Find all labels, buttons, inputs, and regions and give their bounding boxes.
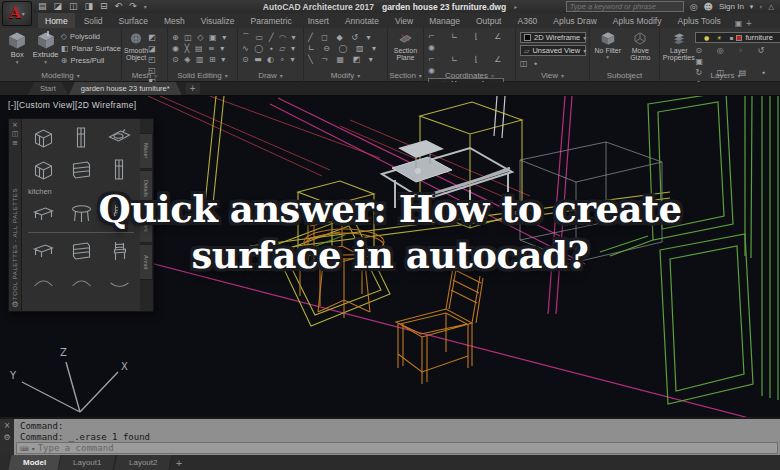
ribbon-tab-mesh[interactable]: Mesh: [157, 13, 192, 28]
command-line-window: × ⚙ Command: Command: _.erase 1 found ⌨ …: [0, 417, 780, 455]
ribbon-tab-view[interactable]: View: [388, 13, 420, 28]
box-button[interactable]: Box ▾: [4, 29, 30, 65]
sign-in-link[interactable]: Sign In: [719, 2, 744, 11]
application-menu-button[interactable]: A ▾: [2, 1, 32, 26]
help-search-input[interactable]: [570, 2, 680, 11]
draw-panel-label[interactable]: Draw▾: [238, 70, 303, 81]
command-options-chevron-icon[interactable]: ▾: [32, 445, 35, 452]
palette-gear-icon[interactable]: ⚙: [11, 300, 18, 309]
layout-tab-layout2[interactable]: Layout2: [114, 455, 173, 470]
press-pull-button[interactable]: ⊕Press/Pull: [61, 56, 121, 65]
dialog-launcher-icon[interactable]: ▿: [154, 72, 157, 79]
named-view-dropdown[interactable]: ▱ Unsaved View ▾: [520, 45, 586, 56]
ribbon-tab-manage[interactable]: Manage: [422, 13, 467, 28]
svg-text:X: X: [121, 361, 128, 372]
layout-tab-layout1[interactable]: Layout1: [59, 455, 118, 470]
ribbon-tab-solid[interactable]: Solid: [77, 13, 110, 28]
palette-tool-tall-unit[interactable]: [101, 154, 137, 186]
redo-icon[interactable]: ↷: [129, 0, 137, 13]
ribbon-tab-aplus-modify[interactable]: Aplus Modify: [606, 13, 669, 28]
coordinates-icon-row1[interactable]: ⌐ ∟ ⌊ ∠ ◉: [428, 31, 511, 53]
palette-tool-sink[interactable]: [101, 122, 137, 154]
layers-panel-label[interactable]: Layers▾: [660, 70, 780, 81]
user-icon[interactable]: ☻: [704, 2, 713, 12]
polysolid-button[interactable]: ◇Polysolid: [61, 32, 121, 41]
new-layout-button[interactable]: +: [171, 455, 187, 470]
qat-customize-icon[interactable]: ▾: [144, 0, 147, 13]
section-panel-label[interactable]: Section▾: [388, 70, 423, 81]
quick-access-toolbar: ▤ ◪ ◫ ◨ ⊟ ↶ ↷ ▾: [38, 0, 147, 13]
view-panel-label[interactable]: View▾: [516, 70, 589, 81]
palette-tool-cabinet[interactable]: [25, 122, 61, 154]
dialog-launcher-icon[interactable]: ▿: [491, 72, 494, 79]
solid-editing-icon-grid[interactable]: ⊕ ◫ ◇ ▣ ▾ ◉ ╳ ▤ ≡ ▾ ⊙ ◈ ▥ ⊞ ▾: [168, 29, 230, 65]
palette-tool-drawers[interactable]: [63, 154, 99, 186]
visual-style-dropdown[interactable]: 2D Wireframe ▾: [520, 32, 586, 43]
solid-editing-panel-label[interactable]: Solid Editing▾: [168, 70, 237, 81]
palette-tab-maker[interactable]: Maker: [140, 133, 153, 169]
help-search-box[interactable]: [566, 1, 684, 12]
command-input-row[interactable]: ⌨ ▾: [16, 442, 778, 454]
palette-tool-tall-cabinet[interactable]: [63, 122, 99, 154]
new-file-icon[interactable]: ▤: [38, 0, 47, 13]
layer-properties-label: Layer Properties: [662, 47, 695, 62]
palette-menu-icon[interactable]: ≡: [12, 139, 18, 148]
file-tab-document[interactable]: garden house 23 furniture*: [69, 82, 182, 95]
palette-autohide-icon[interactable]: ◫: [12, 130, 19, 139]
chevron-down-icon: ▾: [738, 72, 741, 79]
ribbon-tab-home[interactable]: Home: [38, 13, 75, 28]
new-drawing-tab-button[interactable]: +: [186, 83, 200, 94]
ribbon-tab-parametric[interactable]: Parametric: [244, 13, 299, 28]
modify-panel-label[interactable]: Modify▾: [304, 70, 387, 81]
command-input[interactable]: [38, 443, 774, 453]
extrude-button[interactable]: Extrude ▾: [32, 29, 58, 65]
command-close-icon[interactable]: ×: [4, 422, 11, 430]
view-icon-grid[interactable]: ◫ ∙: [520, 58, 540, 69]
planar-surface-button[interactable]: ◧Planar Surface: [61, 44, 121, 53]
tab-add-icon[interactable]: +: [745, 19, 752, 28]
modeling-panel-label[interactable]: Modeling▾: [0, 70, 121, 81]
plot-icon[interactable]: ⊟: [100, 0, 108, 13]
save-as-icon[interactable]: ◨: [85, 0, 94, 13]
ribbon-tab-aplus-draw[interactable]: Aplus Draw: [546, 13, 603, 28]
smooth-object-button[interactable]: Smooth Object: [124, 29, 148, 62]
save-icon[interactable]: ◫: [69, 0, 78, 13]
command-history[interactable]: Command: Command: _.erase 1 found: [14, 419, 780, 442]
ribbon-tab-visualize[interactable]: Visualize: [194, 13, 242, 28]
chevron-down-icon: ▾: [583, 34, 586, 41]
ribbon-tab-aplus-tools[interactable]: Aplus Tools: [670, 13, 727, 28]
move-gizmo-button[interactable]: Move Gizmo: [624, 29, 656, 62]
ribbon-tab-insert[interactable]: Insert: [301, 13, 336, 28]
coordinates-panel-label[interactable]: Coordinates▿: [424, 70, 515, 81]
palette-tool-base-cabinet[interactable]: [25, 154, 61, 186]
command-wrench-icon[interactable]: ⚙: [3, 434, 10, 442]
open-file-icon[interactable]: ◪: [54, 0, 63, 13]
overlay-headline: Quick answer: How to create surface in a…: [0, 186, 780, 278]
undo-icon[interactable]: ↶: [115, 0, 123, 13]
ribbon-panel-layers: Layer Properties ● ☀ ▪ furniture ▾ ⊙ ◎ ◦…: [660, 28, 780, 82]
title-bar-extra-icons[interactable]: ▾ › △: [750, 3, 776, 11]
media-icon[interactable]: ▣: [735, 19, 743, 28]
ribbon-tab-surface[interactable]: Surface: [112, 13, 155, 28]
file-tab-start[interactable]: Start: [28, 82, 68, 95]
section-plane-button[interactable]: Section Plane: [390, 29, 422, 62]
keyboard-icon[interactable]: ⌨: [20, 445, 29, 452]
chevron-down-icon: ▾: [561, 72, 564, 79]
ribbon-tab-output[interactable]: Output: [469, 13, 509, 28]
search-icon[interactable]: ◎: [690, 2, 698, 12]
ribbon-panel-subobject: No Filter ▾ Move Gizmo Subobject: [590, 28, 660, 82]
mesh-panel-label[interactable]: Mesh▿: [122, 70, 167, 81]
ribbon-tab-a360[interactable]: A360: [510, 13, 544, 28]
layer-properties-icon: [671, 31, 687, 46]
palette-close-icon[interactable]: ×: [12, 121, 18, 130]
section-plane-icon: [397, 31, 414, 46]
layer-dropdown[interactable]: ● ☀ ▪ furniture ▾: [695, 32, 780, 43]
draw-icon-grid[interactable]: ⌒ ▭ ╱ ◠ ▾ ∿ ◯ ∙ ▱ ▾ ⊙ ▬ ◐ ∘ ▾: [238, 29, 299, 65]
command-history-line2: Command: _.erase 1 found: [20, 432, 774, 443]
layout-tab-model[interactable]: Model: [8, 455, 61, 470]
viewport-controls-label[interactable]: [-][Custom View][2D Wireframe]: [8, 100, 136, 110]
layer-properties-button[interactable]: Layer Properties: [662, 29, 695, 62]
no-filter-button[interactable]: No Filter ▾: [593, 29, 623, 61]
modify-icon-grid[interactable]: ╱ ◻ ◆ ↺ ▾ ∟ ⊖ ◯ ▨ ▾ ╲ ¬ ▦ ◩ ▾: [304, 29, 381, 65]
ribbon-tab-annotate[interactable]: Annotate: [338, 13, 386, 28]
